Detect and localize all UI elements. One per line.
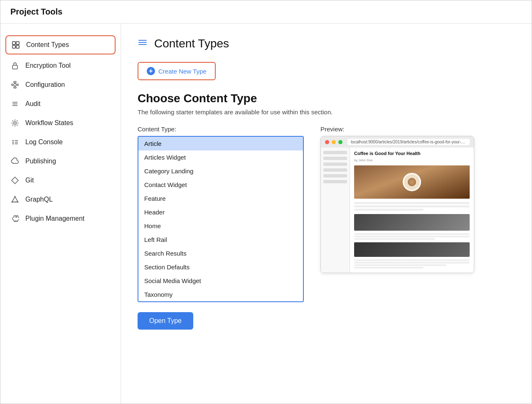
browser-sidebar-item	[323, 174, 347, 177]
browser-sidebar-item	[323, 180, 347, 183]
sidebar-item-graphql[interactable]: GraphQL	[0, 190, 121, 209]
browser-sidebar-item	[323, 157, 347, 160]
section-subtitle: The following starter templates are avai…	[138, 108, 515, 116]
list-item-header[interactable]: Header	[138, 205, 303, 219]
plus-icon: +	[147, 67, 155, 75]
sidebar-item-encryption-tool[interactable]: Encryption Tool	[0, 56, 121, 75]
browser-bar: localhost:9000/articles/2019/articles/co…	[321, 136, 474, 148]
sidebar: Content Types Encryption Tool	[0, 24, 121, 404]
triangle-icon	[10, 195, 20, 204]
list-item-feature[interactable]: Feature	[138, 192, 303, 205]
coffee-cup-icon	[403, 173, 421, 191]
browser-content: Coffee is Good for Your Health by John D…	[321, 148, 474, 273]
list-item-social-media-widget[interactable]: Social Media Widget	[138, 274, 303, 288]
svg-rect-4	[12, 65, 17, 69]
text-line	[354, 267, 424, 269]
content-area: Content Type: Article Articles Widget Ca…	[138, 126, 515, 330]
text-line	[354, 236, 470, 237]
preview-label: Preview:	[320, 126, 474, 133]
app-title: Project Tools	[10, 7, 62, 16]
svg-rect-8	[17, 84, 18, 86]
sidebar-label-plugin-management: Plugin Management	[25, 215, 84, 222]
svg-rect-3	[16, 45, 19, 48]
sidebar-label-encryption-tool: Encryption Tool	[25, 62, 71, 69]
text-line	[354, 264, 446, 266]
create-new-type-button[interactable]: + Create New Type	[138, 62, 216, 80]
browser-maximize-dot	[338, 140, 342, 144]
browser-close-dot	[325, 140, 329, 144]
sidebar-label-content-types: Content Types	[26, 41, 69, 49]
list-item-taxonomy[interactable]: Taxonomy	[138, 288, 303, 301]
sidebar-item-configuration[interactable]: Configuration	[0, 75, 121, 94]
list-item-category-landing[interactable]: Category Landing	[138, 164, 303, 178]
browser-sidebar-item	[323, 168, 347, 172]
svg-marker-21	[12, 197, 18, 202]
sidebar-item-workflow-states[interactable]: Workflow States	[0, 113, 121, 133]
left-panel: Content Type: Article Articles Widget Ca…	[138, 126, 304, 330]
sidebar-label-git: Git	[25, 177, 34, 184]
settings-icon	[10, 80, 20, 89]
preview-hero-image	[354, 165, 470, 199]
page-title: Content Types	[154, 37, 229, 50]
text-line	[354, 259, 470, 261]
list-item-section-defaults[interactable]: Section Defaults	[138, 260, 303, 274]
cloud-icon	[10, 157, 20, 166]
list-item-contact-widget[interactable]: Contact Widget	[138, 178, 303, 192]
sidebar-label-workflow-states: Workflow States	[25, 119, 73, 127]
text-line	[354, 205, 470, 207]
sidebar-item-publishing[interactable]: Publishing	[0, 152, 121, 171]
svg-point-9	[14, 84, 16, 86]
preview-browser: localhost:9000/articles/2019/articles/co…	[320, 136, 474, 273]
list-item-articles-widget[interactable]: Articles Widget	[138, 150, 303, 164]
main-layout: Content Types Encryption Tool	[0, 24, 532, 404]
content-type-label: Content Type:	[138, 126, 176, 133]
sidebar-label-log-console: Log Console	[25, 138, 63, 146]
section-title: Choose Content Type	[138, 92, 515, 105]
svg-line-25	[12, 197, 15, 202]
browser-article-content: Coffee is Good for Your Health by John D…	[350, 148, 474, 273]
right-panel: Preview: localhost:9000/articles/2019/ar…	[320, 126, 474, 273]
sidebar-item-audit[interactable]: Audit	[0, 94, 121, 113]
puzzle-icon	[10, 214, 20, 223]
browser-minimize-dot	[332, 140, 336, 144]
gear-icon	[10, 118, 20, 128]
open-type-button[interactable]: Open Type	[138, 312, 193, 330]
menu-icon[interactable]	[138, 37, 148, 50]
sidebar-label-audit: Audit	[25, 100, 40, 108]
sidebar-item-plugin-management[interactable]: Plugin Management	[0, 209, 121, 228]
main-content: Content Types + Create New Type Choose C…	[121, 24, 532, 404]
browser-fake-sidebar	[321, 148, 350, 273]
content-type-list: Article Articles Widget Category Landing…	[138, 136, 304, 302]
sidebar-item-content-types[interactable]: Content Types	[5, 35, 116, 54]
list-item-home[interactable]: Home	[138, 219, 303, 233]
browser-sidebar-item	[323, 163, 347, 166]
sidebar-label-configuration: Configuration	[25, 81, 65, 89]
svg-point-13	[14, 122, 16, 124]
top-bar: Project Tools	[0, 0, 532, 24]
list-item-article[interactable]: Article	[138, 137, 303, 150]
grid-icon	[11, 40, 20, 49]
text-line	[354, 202, 470, 204]
svg-rect-1	[16, 42, 19, 44]
text-line	[354, 209, 424, 211]
text-line	[354, 262, 470, 264]
lines-icon	[10, 138, 20, 147]
browser-sidebar-item	[323, 151, 347, 154]
svg-rect-5	[14, 81, 16, 83]
svg-rect-2	[12, 45, 15, 48]
svg-rect-7	[12, 84, 13, 86]
text-line	[354, 238, 435, 240]
sidebar-item-git[interactable]: Git	[0, 171, 121, 190]
text-line	[354, 233, 470, 235]
lock-icon	[10, 61, 20, 70]
preview-article-byline: by John Doe	[354, 158, 470, 162]
sidebar-item-log-console[interactable]: Log Console	[0, 133, 121, 152]
svg-line-26	[15, 197, 18, 202]
list-icon	[10, 99, 20, 108]
list-item-search-results[interactable]: Search Results	[138, 246, 303, 260]
list-item-left-rail[interactable]: Left Rail	[138, 233, 303, 246]
label-row: Content Type:	[138, 126, 304, 133]
browser-text-block-1	[354, 202, 470, 211]
main-header: Content Types	[138, 37, 515, 50]
preview-article-title: Coffee is Good for Your Health	[354, 151, 470, 156]
